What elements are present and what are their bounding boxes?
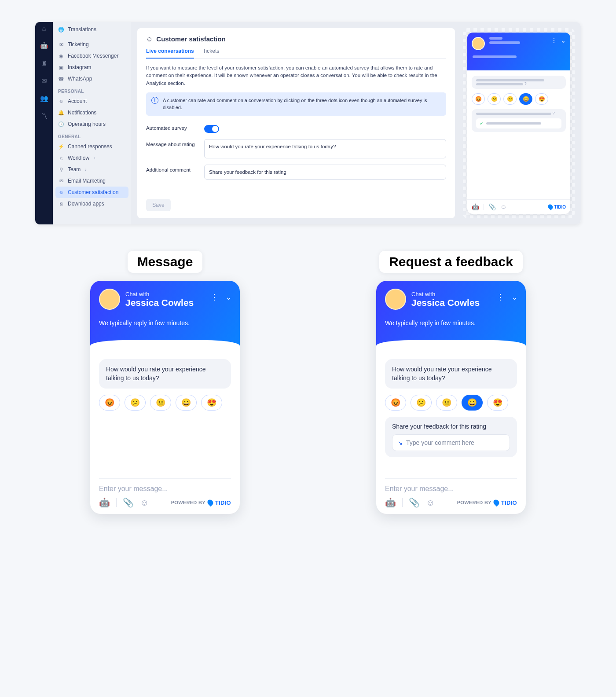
sidebar-item-label: Facebook Messenger [68,53,118,59]
emoji-love[interactable]: 😍 [487,395,508,411]
preview-bubble [472,76,566,89]
bell-icon: 🔔 [58,110,64,116]
emoji-icon[interactable]: ☺ [500,203,506,210]
sidebar-item-csat[interactable]: ☺ Customer satisfaction [55,187,128,198]
sidebar-item-email-marketing[interactable]: ✉ Email Marketing [53,175,131,187]
sidebar-item-label: Operating hours [68,121,106,127]
emoji-angry[interactable]: 😡 [99,395,120,411]
inbox-icon[interactable]: ✉ [41,77,47,85]
sidebar-item-messenger[interactable]: ◉ Facebook Messenger [53,50,131,62]
org-icon[interactable]: ♜ [41,59,47,67]
globe-icon: 🌐 [58,27,64,33]
sidebar-item-label: Instagram [68,64,91,70]
attachment-icon[interactable]: 📎 [409,497,420,508]
whatsapp-icon: ☎ [58,76,64,82]
chevron-down-icon[interactable]: ⌄ [511,292,518,302]
emoji-angry[interactable]: 😡 [385,395,406,411]
bot-icon[interactable]: 🤖 [385,497,396,508]
bolt-icon: ⚡ [58,144,64,150]
emoji-sad[interactable]: 😕 [125,395,146,411]
emoji-sad[interactable]: 😕 [488,93,501,105]
emoji-neutral[interactable]: 😐 [503,93,517,105]
emoji-icon[interactable]: ☺ [426,498,435,508]
sidebar-item-translations[interactable]: 🌐 Translations [53,24,131,35]
message-input[interactable]: Enter your message... [99,478,231,493]
sidebar-item-team[interactable]: ⚲ Team › [53,164,131,175]
message-input[interactable]: Enter your message... [385,478,517,493]
avatar [99,289,120,310]
left-icon-rail: ⌂ 🤖 ♜ ✉ 👥 〽 [35,22,53,224]
sidebar-item-label: Canned responses [68,143,112,150]
bot-icon[interactable]: 🤖 [472,203,479,210]
save-button[interactable]: Save [146,199,171,211]
emoji-icon[interactable]: ☺ [140,498,149,508]
sidebar-item-notifications[interactable]: 🔔 Notifications [53,107,131,118]
emoji-happy[interactable]: 😀 [519,93,532,105]
col-feedback: Request a feedback Chat with Jessica Cow… [376,251,526,514]
tab-tickets[interactable]: Tickets [203,48,220,59]
more-icon[interactable]: ⋮ [496,292,504,302]
divider [116,498,117,507]
smile-icon: ☺ [146,35,153,43]
emoji-neutral[interactable]: 😐 [150,395,171,411]
bot-icon[interactable]: 🤖 [40,42,48,50]
people-icon[interactable]: 👥 [40,95,48,103]
tab-live[interactable]: Live conversations [146,48,194,59]
widget-header: Chat with Jessica Cowles ⋮ ⌄ We typicall… [376,281,526,351]
clock-icon: 🕒 [58,121,64,127]
more-icon[interactable]: ⋮ [551,37,557,44]
rate-question: How would you rate your experience talki… [99,359,231,389]
sidebar-item-instagram[interactable]: ▣ Instagram [53,62,131,73]
sidebar-item-label: WhatsApp [68,76,92,82]
chevron-down-icon[interactable]: ⌄ [225,292,232,302]
emoji-happy[interactable]: 😀 [176,395,197,411]
sidebar-item-ticketing[interactable]: ✉ Ticketing [53,39,131,50]
sidebar-item-label: Download apps [68,201,104,207]
preview-emoji-row: 😡 😕 😐 😀 😍 [472,93,566,105]
info-icon: i [151,97,158,104]
mail-icon: ✉ [58,178,64,184]
feedback-input[interactable]: ↘ Type your comment here [392,434,510,451]
bot-icon[interactable]: 🤖 [99,497,110,508]
team-icon: ⚲ [58,167,64,172]
sidebar-item-download[interactable]: ⎘ Download apps [53,198,131,209]
operator-name: Jessica Cowles [125,297,194,308]
sidebar-item-hours[interactable]: 🕒 Operating hours [53,118,131,130]
emoji-sad[interactable]: 😕 [411,395,432,411]
sidebar-item-account[interactable]: ☺ Account [53,95,131,107]
attachment-icon[interactable]: 📎 [488,203,496,210]
col-message: Message Chat with Jessica Cowles ⋮ ⌄ We … [90,251,240,514]
auto-survey-toggle[interactable] [204,125,219,133]
preview-feedback-bubble: ✓ [472,109,566,132]
msg-rating-input[interactable]: How would you rate your experience talki… [204,139,446,158]
tidio-drop-icon [492,499,500,506]
settings-main: ☺ Customer satisfaction Live conversatio… [131,22,581,224]
attachment-icon[interactable]: 📎 [123,497,134,508]
sidebar-item-label: Workflow [68,155,89,161]
analytics-icon[interactable]: 〽 [41,112,48,120]
label-feedback: Request a feedback [379,251,523,273]
reply-time: We typically reply in few minutes. [99,319,231,326]
emoji-love[interactable]: 😍 [535,93,548,105]
emoji-angry[interactable]: 😡 [472,93,485,105]
sidebar-item-label: Email Marketing [68,178,106,184]
additional-comment-input[interactable]: Share your feedback for this rating [204,165,446,180]
emoji-happy[interactable]: 😀 [462,395,483,411]
sidebar-item-canned[interactable]: ⚡ Canned responses [53,141,131,152]
emoji-row: 😡 😕 😐 😀 😍 [99,395,231,411]
sidebar-item-label: Notifications [68,110,96,116]
home-icon[interactable]: ⌂ [42,25,46,32]
sidebar-item-workflow[interactable]: ⎌ Workflow › [53,152,131,164]
emoji-neutral[interactable]: 😐 [436,395,457,411]
sidebar-item-label: Translations [68,26,96,33]
divider [402,498,403,507]
powered-by: POWERED BY TIDIO [457,499,517,506]
sidebar-item-whatsapp[interactable]: ☎ WhatsApp [53,73,131,84]
sidebar-item-label: Account [68,98,87,104]
messenger-icon: ◉ [58,53,64,59]
widget-preview: ⋮ ⌄ 😡 😕 😐 😀 😍 [463,28,575,218]
chevron-down-icon[interactable]: ⌄ [561,37,566,44]
panel-description: If you want to measure the level of your… [146,64,446,87]
emoji-love[interactable]: 😍 [201,395,222,411]
more-icon[interactable]: ⋮ [210,292,218,302]
